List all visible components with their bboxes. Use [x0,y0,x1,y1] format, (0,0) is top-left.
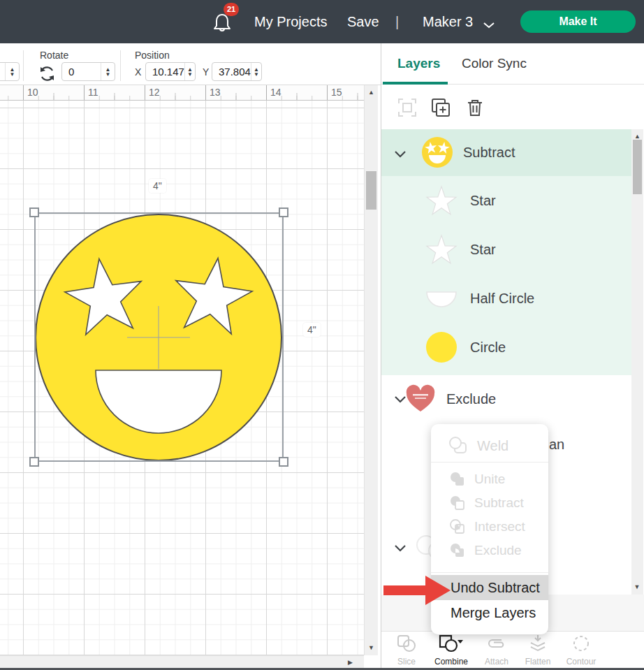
height-dimension-label: 4" [303,323,321,337]
width-dimension-label: 4" [149,179,166,193]
rotate-input[interactable]: 0 ▲▼ [61,62,115,81]
menu-item-merge-layers[interactable]: Merge Layers [431,600,548,625]
edit-toolbar: ▲▼ Rotate 0 ▲▼ Position X 10.147 ▲▼ Y 37… [0,43,381,85]
group-select-icon[interactable] [397,98,417,120]
menu-item-weld: Weld [431,430,548,462]
rotate-label: Rotate [40,50,68,61]
star-outline-icon [425,233,458,265]
machine-select[interactable]: Maker 3 [423,0,473,43]
partial-stepper-input[interactable]: ▲▼ [0,62,20,81]
trash-icon[interactable] [466,98,484,120]
selection-handle-top-left[interactable] [29,207,39,217]
stepper-arrows[interactable]: ▲▼ [251,63,261,80]
selection-handle-bottom-right[interactable] [279,457,288,467]
make-it-button[interactable]: Make It [520,10,636,33]
layer-group-exclude[interactable]: Exclude [381,375,631,424]
selection-handle-top-right[interactable] [279,207,288,217]
layer-row-partial-label[interactable]: an [549,437,564,453]
menu-item-undo-subtract[interactable]: Undo Subtract [431,575,548,600]
stepper-arrows[interactable]: ▲▼ [184,63,195,80]
layer-row-circle[interactable]: Circle [381,323,631,372]
app-header: 21 My Projects Save | Maker 3 Make It [0,0,644,43]
position-x-input[interactable]: 10.147 ▲▼ [145,62,196,81]
position-label: Position [135,50,170,61]
chevron-down-icon[interactable] [394,542,407,555]
stepper-arrows[interactable]: ▲▼ [101,63,115,80]
canvas-horizontal-scrollbar[interactable]: ▶ [0,655,364,668]
contour-button[interactable]: Contour [562,634,601,667]
yellow-circle-icon [425,331,458,363]
design-canvas: 10 11 12 13 14 15 4" 4" ▲ ▼ ▶ [0,85,381,668]
subtract-children: Star Star Half Circle Circle [381,176,631,375]
layer-row-star-1[interactable]: Star [381,176,631,225]
chevron-down-icon[interactable] [483,19,495,31]
star-eyes-emoji-icon [421,136,453,168]
layer-group-subtract[interactable]: Subtract [381,129,631,176]
flatten-button[interactable]: Flatten [520,634,556,667]
menu-divider [431,462,548,463]
nav-save[interactable]: Save [347,0,379,43]
nav-my-projects[interactable]: My Projects [254,0,327,43]
position-y-input[interactable]: 37.804 ▲▼ [212,62,262,81]
divider [120,50,121,81]
canvas-grid[interactable]: 4" 4" [0,101,364,655]
combine-toolbar: Slice Combine Attach Flatten Contour [381,631,644,668]
panel-tabs: Layers Color Sync [381,43,644,85]
chevron-down-icon[interactable] [394,148,407,161]
menu-item-subtract: Subtract [431,491,548,515]
y-label: Y [203,66,209,78]
selection-bounding-box[interactable] [34,212,284,462]
layer-row-star-2[interactable]: Star [381,225,631,274]
scroll-down-arrow[interactable]: ▼ [365,644,378,651]
horizontal-ruler: 10 11 12 13 14 15 [0,85,364,101]
tab-layers[interactable]: Layers [397,56,440,71]
scrollbar-thumb[interactable] [633,140,642,194]
scroll-up-arrow[interactable]: ▲ [365,85,378,96]
nav-separator: | [395,0,399,43]
menu-divider [431,572,548,573]
stepper-arrows[interactable]: ▲▼ [5,63,19,80]
scroll-down-arrow[interactable]: ▼ [631,583,643,590]
x-label: X [135,66,141,78]
scroll-up-arrow[interactable]: ▲ [631,129,643,140]
star-outline-icon [425,184,458,217]
combine-button[interactable]: Combine [432,634,471,667]
scrollbar-thumb[interactable] [366,171,376,210]
layer-row-half-circle[interactable]: Half Circle [381,274,631,323]
combine-dropdown-menu: Weld Unite Subtract Intersect Exclude Un… [431,424,548,634]
rotate-icon[interactable] [38,65,56,85]
selection-handle-bottom-left[interactable] [29,457,39,467]
menu-item-unite: Unite [431,467,548,491]
menu-item-intersect: Intersect [431,515,548,539]
duplicate-icon[interactable] [431,98,451,120]
panel-scrollbar[interactable]: ▲ ▼ [631,129,643,595]
tab-color-sync[interactable]: Color Sync [462,56,527,71]
active-tab-underline [383,82,448,85]
menu-item-exclude: Exclude [431,539,548,562]
half-circle-outline-icon [425,289,458,309]
slice-button[interactable]: Slice [390,634,423,667]
canvas-vertical-scrollbar[interactable]: ▲ ▼ [364,85,378,655]
attach-button[interactable]: Attach [479,634,514,667]
notification-badge: 21 [224,3,239,16]
divider [23,50,24,81]
heart-icon [404,384,437,414]
scroll-right-arrow[interactable]: ▶ [348,659,353,666]
